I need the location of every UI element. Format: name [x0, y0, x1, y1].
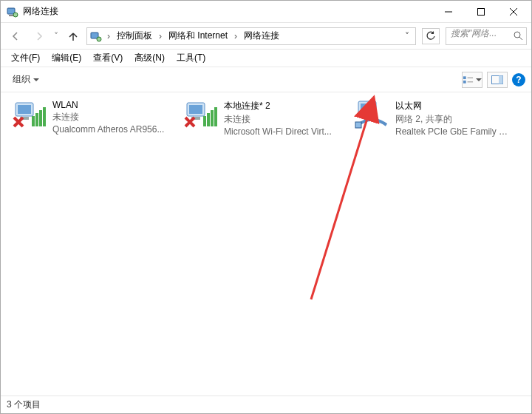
svg-rect-25 — [189, 105, 202, 114]
preview-pane-button[interactable] — [487, 72, 508, 88]
history-dropdown-icon[interactable]: ˅ — [52, 31, 60, 41]
statusbar: 3 个项目 — [1, 396, 531, 413]
close-button[interactable] — [497, 1, 530, 22]
connection-status: 未连接 — [52, 111, 164, 123]
svg-rect-28 — [207, 113, 210, 126]
svg-rect-20 — [32, 116, 35, 126]
forward-button[interactable] — [29, 26, 50, 47]
svg-rect-1 — [9, 15, 13, 16]
svg-rect-12 — [463, 80, 466, 83]
chevron-right-icon[interactable]: › — [231, 31, 240, 41]
search-box[interactable] — [446, 27, 527, 45]
help-button[interactable]: ? — [512, 73, 525, 86]
svg-rect-21 — [35, 113, 38, 126]
svg-point-8 — [97, 37, 101, 41]
organize-button[interactable]: 组织 — [7, 70, 45, 89]
minimize-button[interactable] — [432, 1, 465, 22]
adapter-icon — [183, 100, 218, 129]
connection-device: Realtek PCIe GbE Family C... — [395, 126, 511, 137]
connection-name: 以太网 — [395, 100, 511, 112]
menu-advanced[interactable]: 高级(N) — [129, 50, 171, 67]
connection-device: Qualcomm Atheros AR956... — [52, 124, 164, 135]
svg-point-9 — [514, 32, 520, 38]
navbar: ˅ › 控制面板 › 网络和 Internet › 网络连接 ˅ — [1, 23, 531, 50]
location-icon — [90, 30, 102, 42]
svg-rect-34 — [355, 122, 361, 128]
titlebar: 网络连接 — [1, 1, 531, 23]
back-button[interactable] — [5, 26, 26, 47]
breadcrumb-leaf[interactable]: 网络连接 — [241, 28, 282, 44]
connection-name: WLAN — [52, 100, 164, 110]
chevron-right-icon[interactable]: › — [156, 31, 165, 41]
refresh-button[interactable] — [422, 28, 440, 44]
app-icon — [7, 6, 18, 18]
svg-line-10 — [519, 37, 522, 40]
svg-rect-22 — [39, 110, 42, 126]
svg-line-35 — [311, 116, 368, 299]
svg-rect-23 — [43, 107, 46, 126]
svg-rect-30 — [214, 107, 217, 126]
connection-status: 网络 2, 共享的 — [395, 113, 511, 126]
connection-wlan[interactable]: WLAN 未连接 Qualcomm Atheros AR956... — [8, 97, 171, 138]
breadcrumb-root[interactable]: 控制面板 — [114, 28, 155, 44]
svg-rect-4 — [478, 8, 485, 15]
svg-rect-33 — [363, 115, 372, 118]
svg-rect-16 — [499, 75, 503, 84]
organize-label: 组织 — [13, 73, 30, 86]
svg-rect-27 — [203, 116, 206, 126]
search-icon — [513, 30, 523, 43]
adapter-icon — [11, 100, 47, 129]
view-mode-button[interactable] — [462, 72, 482, 88]
svg-rect-18 — [18, 105, 31, 114]
up-button[interactable] — [63, 26, 83, 47]
address-bar[interactable]: › 控制面板 › 网络和 Internet › 网络连接 ˅ — [86, 27, 416, 45]
connection-status: 未连接 — [224, 113, 332, 126]
chevron-down-icon — [476, 78, 482, 81]
content-area: WLAN 未连接 Qualcomm Atheros AR956... — [1, 92, 531, 396]
svg-point-2 — [13, 13, 18, 17]
svg-rect-11 — [463, 76, 466, 79]
menu-file[interactable]: 文件(F) — [5, 50, 46, 67]
chevron-right-icon[interactable]: › — [104, 31, 113, 41]
svg-rect-29 — [211, 110, 214, 126]
toolbar: 组织 ? — [1, 67, 531, 92]
connection-device: Microsoft Wi-Fi Direct Virt... — [224, 126, 332, 137]
menu-tools[interactable]: 工具(T) — [171, 50, 211, 67]
search-input[interactable] — [451, 28, 511, 38]
svg-rect-32 — [361, 104, 374, 112]
connection-ethernet[interactable]: 以太网 网络 2, 共享的 Realtek PCIe GbE Family C.… — [351, 97, 514, 140]
connection-name: 本地连接* 2 — [224, 100, 332, 112]
breadcrumb-mid[interactable]: 网络和 Internet — [166, 28, 231, 44]
window: 网络连接 ˅ › 控制面板 › 网络和 Internet › 网络连接 ˅ — [0, 0, 532, 414]
menu-view[interactable]: 查看(V) — [87, 50, 129, 67]
menu-edit[interactable]: 编辑(E) — [46, 50, 87, 67]
item-count: 3 个项目 — [7, 398, 41, 411]
connection-local[interactable]: 本地连接* 2 未连接 Microsoft Wi-Fi Direct Virt.… — [180, 97, 342, 140]
address-dropdown-icon[interactable]: ˅ — [402, 31, 412, 41]
maximize-button[interactable] — [465, 1, 497, 22]
window-title: 网络连接 — [23, 5, 432, 18]
menubar: 文件(F) 编辑(E) 查看(V) 高级(N) 工具(T) — [1, 50, 531, 67]
chevron-down-icon — [33, 78, 39, 81]
adapter-icon — [354, 100, 389, 129]
